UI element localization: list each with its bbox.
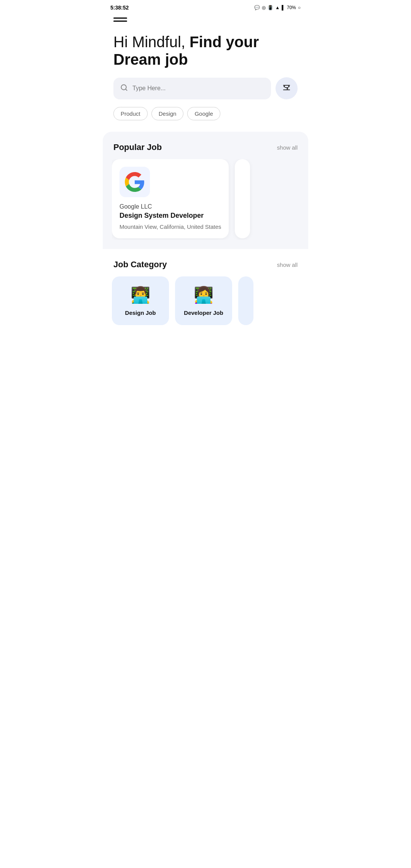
category-section-header: Job Category show all <box>112 260 299 270</box>
popular-section-header: Popular Job show all <box>112 142 299 152</box>
design-job-icon: 👨‍💻 <box>131 286 150 304</box>
popular-show-all[interactable]: show all <box>277 144 298 151</box>
signal-icon: ▌ <box>282 5 285 10</box>
developer-job-label: Developer Job <box>184 310 223 316</box>
tags-section: Product Design Google <box>103 107 308 132</box>
status-bar: 5:38:52 💬 ◎ 📳 ▲ ▌ 70% ○ <box>103 0 308 14</box>
category-card-developer[interactable]: 👩‍💻 Developer Job <box>175 276 232 325</box>
vibrate-icon: 📳 <box>268 5 273 10</box>
job-location: Mountain View, California, United States <box>119 223 221 231</box>
category-card-design[interactable]: 👨‍💻 Design Job <box>112 276 169 325</box>
google-logo <box>125 172 145 192</box>
menu-button[interactable] <box>113 18 127 22</box>
svg-point-5 <box>284 86 285 87</box>
hero-title: Hi Mindful, Find your Dream job <box>113 33 298 68</box>
whatsapp-icon: 💬 <box>254 5 260 10</box>
battery-icon: ○ <box>298 5 301 10</box>
popular-section-title: Popular Job <box>113 142 162 152</box>
menu-line-bottom <box>113 21 127 22</box>
hero-section: Hi Mindful, Find your Dream job <box>103 26 308 77</box>
location-icon: ◎ <box>262 5 266 10</box>
tag-google[interactable]: Google <box>187 107 220 120</box>
category-section: Job Category show all 👨‍💻 Design Job 👩‍💻… <box>103 249 308 333</box>
search-icon <box>120 84 128 93</box>
svg-point-10 <box>288 86 290 87</box>
menu-line-top <box>113 18 127 19</box>
search-section <box>103 77 308 107</box>
job-title: Design System Developer <box>119 212 221 220</box>
job-card[interactable]: Google LLC Design System Developer Mount… <box>112 159 229 238</box>
categories-scroll: 👨‍💻 Design Job 👩‍💻 Developer Job <box>112 276 299 325</box>
job-card-partial <box>235 159 250 238</box>
filter-button[interactable] <box>276 77 298 99</box>
category-section-title: Job Category <box>113 260 167 270</box>
tag-product[interactable]: Product <box>113 107 148 120</box>
category-card-partial <box>238 276 253 325</box>
filter-icon <box>282 83 291 94</box>
status-icons: 💬 ◎ 📳 ▲ ▌ 70% ○ <box>254 5 301 10</box>
search-input[interactable] <box>132 85 264 92</box>
design-job-label: Design Job <box>125 310 156 316</box>
company-name: Google LLC <box>119 203 221 210</box>
status-time: 5:38:52 <box>110 5 129 11</box>
hero-greeting: Hi Mindful, <box>113 34 190 50</box>
header <box>103 14 308 26</box>
tag-design[interactable]: Design <box>151 107 184 120</box>
search-bar[interactable] <box>113 78 271 99</box>
company-logo-wrap <box>119 167 150 197</box>
popular-section: Popular Job show all Google LLC Design S… <box>103 132 308 249</box>
developer-job-icon: 👩‍💻 <box>194 286 213 304</box>
wifi-icon: ▲ <box>275 5 280 10</box>
category-show-all[interactable]: show all <box>277 262 298 268</box>
svg-point-7 <box>287 88 288 89</box>
svg-line-1 <box>126 89 127 90</box>
jobs-scroll: Google LLC Design System Developer Mount… <box>112 159 299 240</box>
battery-text: 70% <box>287 5 296 10</box>
